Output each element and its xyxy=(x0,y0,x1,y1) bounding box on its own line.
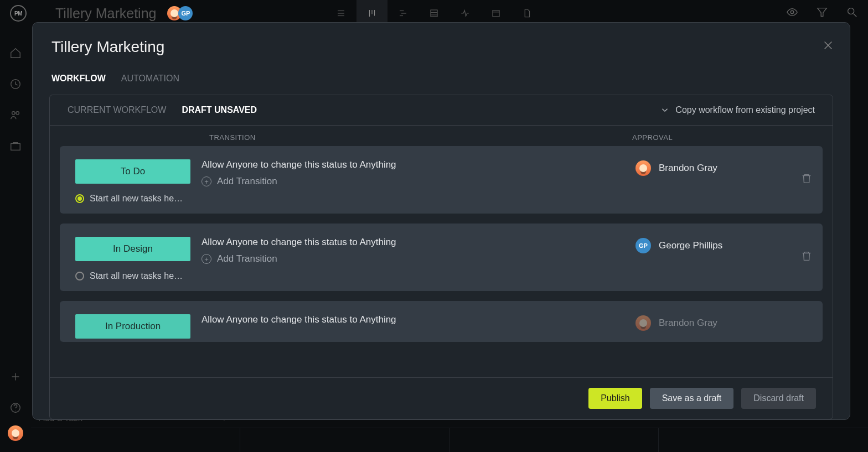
workflow-row: In Design Start all new tasks he… Allow … xyxy=(60,224,823,291)
workflow-row: In Production Allow Anyone to change thi… xyxy=(60,301,823,342)
svg-rect-9 xyxy=(431,10,437,17)
modal-header: Tillery Marketing xyxy=(33,36,850,66)
filter-icon[interactable] xyxy=(816,6,828,20)
add-icon[interactable] xyxy=(0,363,31,390)
svg-point-16 xyxy=(848,8,854,14)
svg-point-19 xyxy=(12,112,15,115)
transition-rule[interactable]: Allow Anyone to change this status to An… xyxy=(202,314,636,325)
approver-name: George Phillips xyxy=(659,240,722,251)
avatar: GP xyxy=(636,238,651,253)
transition-rule[interactable]: Allow Anyone to change this status to An… xyxy=(202,159,636,170)
avatar xyxy=(636,315,651,331)
approval-cell[interactable]: Brandon Gray xyxy=(636,315,807,331)
delete-row-icon[interactable] xyxy=(800,173,813,187)
workflow-modal: Tillery Marketing WORKFLOW AUTOMATION CU… xyxy=(32,22,850,420)
add-transition-label: Add Transition xyxy=(217,253,277,264)
svg-point-14 xyxy=(790,11,794,14)
board-columns-background xyxy=(31,428,868,452)
tab-draft-unsaved[interactable]: DRAFT UNSAVED xyxy=(182,105,257,115)
workflow-footer: Publish Save as a draft Discard draft xyxy=(50,377,833,419)
avatar xyxy=(636,160,651,176)
column-approval: APPROVAL xyxy=(632,133,815,142)
copy-workflow-link[interactable]: Copy workflow from existing project xyxy=(660,105,815,115)
copy-workflow-label: Copy workflow from existing project xyxy=(675,105,815,115)
start-here-radio[interactable]: Start all new tasks he… xyxy=(75,271,192,281)
status-cell: In Design Start all new tasks he… xyxy=(75,237,200,281)
portfolio-icon[interactable] xyxy=(0,133,31,159)
help-icon[interactable] xyxy=(0,394,31,421)
start-here-label: Start all new tasks he… xyxy=(90,271,183,281)
user-avatar[interactable] xyxy=(8,425,23,441)
tab-current-workflow[interactable]: CURRENT WORKFLOW xyxy=(68,105,166,115)
modal-title: Tillery Marketing xyxy=(51,38,831,56)
transition-rule[interactable]: Allow Anyone to change this status to An… xyxy=(202,237,636,248)
save-draft-button[interactable]: Save as a draft xyxy=(650,388,734,409)
status-pill[interactable]: In Design xyxy=(75,237,190,261)
workflow-rows: To Do Start all new tasks he… Allow Anyo… xyxy=(50,146,833,377)
top-right-actions xyxy=(786,6,858,20)
status-pill[interactable]: To Do xyxy=(75,159,190,184)
transition-cell: Allow Anyone to change this status to An… xyxy=(200,237,636,264)
modal-tabs: WORKFLOW AUTOMATION xyxy=(33,66,850,95)
transition-cell: Allow Anyone to change this status to An… xyxy=(200,314,636,325)
approval-cell[interactable]: Brandon Gray xyxy=(636,160,807,176)
left-rail xyxy=(0,27,31,452)
workflow-column-headers: TRANSITION APPROVAL xyxy=(50,126,833,146)
home-icon[interactable] xyxy=(0,40,31,66)
plus-circle-icon: + xyxy=(202,176,211,186)
radio-icon xyxy=(75,194,84,203)
approval-cell[interactable]: GP George Phillips xyxy=(636,238,807,253)
tab-workflow[interactable]: WORKFLOW xyxy=(51,74,106,84)
tab-automation[interactable]: AUTOMATION xyxy=(121,74,179,84)
add-transition-label: Add Transition xyxy=(217,176,277,187)
close-icon[interactable] xyxy=(822,39,834,54)
add-transition-button[interactable]: + Add Transition xyxy=(202,253,636,264)
app-logo[interactable]: PM xyxy=(10,5,27,22)
svg-rect-12 xyxy=(493,11,499,17)
workflow-panel: CURRENT WORKFLOW DRAFT UNSAVED Copy work… xyxy=(49,95,833,419)
transition-cell: Allow Anyone to change this status to An… xyxy=(200,159,636,187)
chevron-down-icon xyxy=(660,105,670,115)
recent-icon[interactable] xyxy=(0,71,31,97)
radio-icon xyxy=(75,272,84,280)
svg-point-20 xyxy=(16,112,19,115)
svg-line-17 xyxy=(854,14,857,17)
workflow-row: To Do Start all new tasks he… Allow Anyo… xyxy=(60,146,823,214)
svg-marker-15 xyxy=(818,8,827,17)
search-icon[interactable] xyxy=(846,6,858,20)
start-here-label: Start all new tasks he… xyxy=(90,194,183,204)
visibility-icon[interactable] xyxy=(786,6,798,20)
project-title-background: Tillery Marketing xyxy=(55,6,156,22)
column-transition: TRANSITION xyxy=(209,133,632,142)
status-cell: To Do Start all new tasks he… xyxy=(75,159,200,204)
approver-name: Brandon Gray xyxy=(659,163,717,174)
delete-row-icon[interactable] xyxy=(800,250,813,264)
workflow-topbar: CURRENT WORKFLOW DRAFT UNSAVED Copy work… xyxy=(50,95,833,126)
status-cell: In Production xyxy=(75,314,200,339)
start-here-radio[interactable]: Start all new tasks he… xyxy=(75,194,192,204)
plus-circle-icon: + xyxy=(202,254,211,264)
scroll-fade xyxy=(50,355,833,377)
add-transition-button[interactable]: + Add Transition xyxy=(202,176,636,187)
status-pill[interactable]: In Production xyxy=(75,314,190,339)
approver-name: Brandon Gray xyxy=(659,318,717,329)
discard-draft-button[interactable]: Discard draft xyxy=(741,388,816,409)
publish-button[interactable]: Publish xyxy=(588,388,642,409)
avatar[interactable]: GP xyxy=(178,6,193,20)
team-icon[interactable] xyxy=(0,102,31,128)
svg-rect-21 xyxy=(11,143,20,150)
header-avatars[interactable]: GP xyxy=(170,6,193,20)
